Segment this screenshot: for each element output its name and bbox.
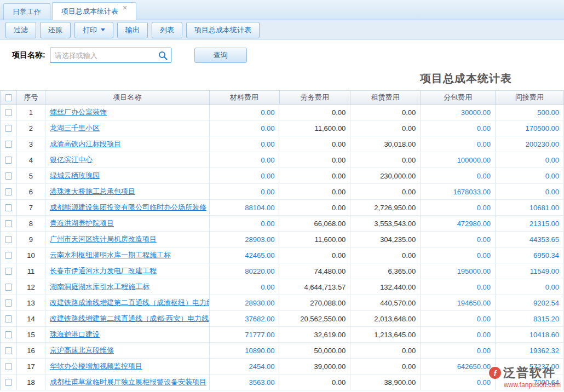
cell-name[interactable]: 华软办公楼增加视频监控项目 [45,359,210,374]
cell-rental: 3,553,543.00 [350,216,421,231]
row-checkbox[interactable] [5,299,12,307]
row-checkbox[interactable] [5,363,12,370]
cell-labor: 0.00 [279,184,350,199]
table-row[interactable]: 14改建铁路线增建第二线直通线（成都-西安）电力线37682.0020,562,… [1,311,564,327]
row-checkbox[interactable] [5,284,12,291]
cell-name[interactable]: 成都杜甫草堂临时展厅独立展柜报警设备安装项目 [45,374,210,390]
row-checkbox[interactable] [5,204,12,211]
cell-indirect: 44353.65 [496,232,564,247]
cell-labor: 0.00 [279,136,350,152]
cell-rental: 0.00 [350,105,421,120]
table-row[interactable]: 17华软办公楼增加视频监控项目2454.0039,000.000.0064265… [1,359,564,374]
cell-material: 28930.00 [210,295,280,310]
row-checkbox[interactable] [5,188,12,195]
row-checkbox[interactable] [5,141,12,148]
cell-indirect: 0.00 [496,279,564,295]
row-checkbox[interactable] [5,172,12,180]
cell-name[interactable]: 螺丝厂办公室装饰 [45,105,210,120]
query-button[interactable]: 查询 [194,48,247,63]
toolbar-button-report[interactable]: 项目总成本统计表 [186,22,260,38]
cell-name[interactable]: 银亿滨江中心 [45,152,210,168]
tab-project-total-cost[interactable]: 项目总成本统计表 × [52,2,136,20]
cell-material: 0.00 [210,105,280,120]
table-row[interactable]: 7成都能源建设集团投资有限公司临时办公场所装修88104.000.002,726… [1,200,564,216]
table-row[interactable]: 12湖南洞庭湖水库引水工程施工标0.004,644,713.57132,440.… [1,279,564,295]
tab-label: 项目总成本统计表 [61,7,118,16]
cell-name[interactable]: 港珠澳大桥施工总承包项目 [45,184,210,199]
cell-name[interactable]: 长春市伊通河水力发电厂改建工程 [45,263,210,279]
cell-name[interactable]: 成渝高铁内江标段项目 [45,136,210,152]
cell-name[interactable]: 改建铁路线增建第二线直通线（成都-西安）电力线 [45,311,210,326]
table-row[interactable]: 2龙湖三千里小区0.0011,600.000.000.00170500.00 [1,120,564,136]
cell-name[interactable]: 龙湖三千里小区 [45,120,210,136]
cell-name[interactable]: 云南水利枢纽潜明水库一期工程施工标 [45,247,210,263]
tab-bar: 日常工作 项目总成本统计表 × [0,0,564,20]
row-checkbox[interactable] [5,268,12,275]
table-row[interactable]: 6港珠澳大桥施工总承包项目0.000.000.001678033.000.00 [1,184,564,200]
table-row[interactable]: 8青海洪湖养护院项目0.0066,068.003,553,543.0047298… [1,216,564,232]
cell-indirect: 21315.00 [496,216,564,231]
toolbar-button-restore[interactable]: 还原 [40,22,71,38]
cell-subcontract: 0.00 [421,120,496,136]
column-header-labor[interactable]: 劳务费用 [280,91,351,104]
cell-name[interactable]: 成都能源建设集团投资有限公司临时办公场所装修 [45,200,210,215]
column-header-name[interactable]: 项目名称 [45,91,210,104]
table-row[interactable]: 5绿城云栖玫瑰园0.000.00230,000.000.000.00 [1,168,564,184]
cell-name[interactable]: 改建铁路成渝线增建第二直通线（成渝枢纽）电力线 [45,295,210,310]
row-checkbox[interactable] [5,157,12,164]
cell-material: 37682.00 [210,311,280,326]
column-header-rental[interactable]: 租赁费用 [350,91,421,104]
table-row[interactable]: 18成都杜甫草堂临时展厅独立展柜报警设备安装项目3563.000.0038,90… [1,374,564,390]
cell-no: 5 [17,168,45,183]
cell-name[interactable]: 绿城云栖玫瑰园 [45,168,210,183]
table-row[interactable]: 1螺丝厂办公室装饰0.000.000.0030000.00500.00 [1,105,564,120]
toolbar-button-print[interactable]: 打印 [74,22,113,38]
cell-name[interactable]: 湖南洞庭湖水库引水工程施工标 [45,279,210,295]
row-checkbox[interactable] [5,252,12,259]
table-row[interactable]: 15珠海鹤港口建设71777.0032,619.001,213,645.000.… [1,327,564,343]
cell-no: 6 [17,184,45,199]
table-row[interactable]: 3成渝高铁内江标段项目0.000.0030,018.000.00200230.0… [1,136,564,152]
table-row[interactable]: 13改建铁路成渝线增建第二直通线（成渝枢纽）电力线28930.00270,088… [1,295,564,311]
cell-name[interactable]: 京沪高速北京段维修 [45,343,210,358]
cell-no: 8 [17,216,45,231]
cell-indirect: 9202.54 [496,295,564,310]
column-header-subcontract[interactable]: 分包费用 [421,91,496,104]
row-checkbox[interactable] [5,347,12,354]
toolbar-button-export[interactable]: 输出 [117,22,148,38]
table-row[interactable]: 16京沪高速北京段维修10890.0050,000.000.000.001936… [1,343,564,359]
row-checkbox[interactable] [5,109,12,116]
row-checkbox[interactable] [5,125,12,132]
row-checkbox[interactable] [5,379,12,386]
row-checkbox[interactable] [5,331,12,338]
title-row: 项目总成本统计表 [0,66,564,90]
cell-name[interactable]: 广州市天河区统计局机房改造项目 [45,232,210,247]
table-row[interactable]: 9广州市天河区统计局机房改造项目28903.0011,600.00304,235… [1,232,564,247]
column-header-no[interactable]: 序号 [17,91,45,104]
column-header-material[interactable]: 材料费用 [210,91,280,104]
project-name-input[interactable] [50,48,171,62]
cell-name[interactable]: 青海洪湖养护院项目 [45,216,210,231]
toolbar-button-filter[interactable]: 过滤 [5,22,36,38]
row-checkbox[interactable] [5,220,12,227]
cell-no: 15 [17,327,45,342]
select-all-checkbox[interactable] [5,94,12,101]
table-row[interactable]: 4银亿滨江中心0.000.000.00100000.000.00 [1,152,564,168]
cell-labor: 74,480.00 [279,263,350,279]
close-icon[interactable]: × [123,4,127,11]
cell-name[interactable]: 珠海鹤港口建设 [45,327,210,342]
cell-rental: 0.00 [350,247,421,263]
tab-daily-work[interactable]: 日常工作 [3,3,50,20]
row-checkbox[interactable] [5,315,12,322]
toolbar-button-list[interactable]: 列表 [152,22,182,38]
column-header-indirect[interactable]: 间接费用 [496,91,564,104]
cell-indirect: 8315.20 [496,311,564,326]
table-row[interactable]: 10云南水利枢纽潜明水库一期工程施工标42465.000.000.000.006… [1,247,564,263]
cell-rental: 0.00 [350,152,421,168]
search-icon[interactable] [158,51,168,62]
cell-indirect: 6950.34 [496,247,564,263]
table-row[interactable]: 11长春市伊通河水力发电厂改建工程80220.0074,480.006,365.… [1,263,564,279]
table-header-row: 序号项目名称材料费用劳务费用租赁费用分包费用间接费用 [1,90,564,105]
toolbar: 过滤还原打印输出列表项目总成本统计表 [0,20,564,40]
row-checkbox[interactable] [5,236,12,243]
